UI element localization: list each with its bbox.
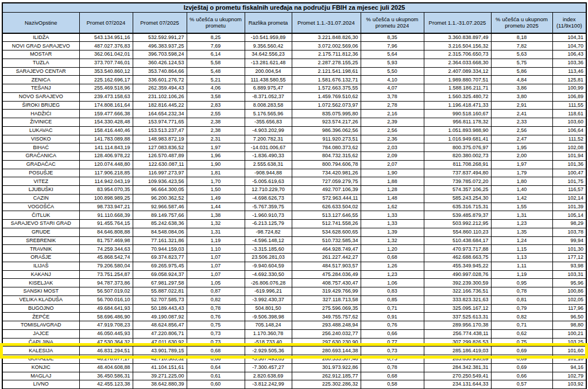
value-cell: 256.774.438,11 <box>424 329 491 338</box>
table-row: LJUBUŠKI83.954.070,3596.664.300,051,5012… <box>2 186 586 194</box>
value-cell: 34.642.556,23 <box>245 50 292 59</box>
value-cell: 158.416.440,46 <box>79 126 133 135</box>
value-cell: 496.383.937,25 <box>133 42 187 50</box>
value-cell: -518.733,40 <box>245 338 292 347</box>
value-cell: 0,76 <box>361 321 424 330</box>
value-cell: 0,69 <box>491 363 552 372</box>
value-cell: 102,14 <box>552 194 586 203</box>
value-cell: 93,98 <box>552 262 586 270</box>
value-cell: 105,14 <box>552 211 586 220</box>
value-cell: 1,79 <box>491 169 552 177</box>
municipality-cell: BIHAĆ <box>2 143 79 152</box>
value-cell: 635.316.715,31 <box>424 203 491 211</box>
value-cell: 5,63 <box>491 50 552 59</box>
table-row: JAJCE46.050.445,9347.220.806,710,731.170… <box>2 329 586 338</box>
value-cell: -908.944,88 <box>245 169 292 177</box>
value-cell: 1,35 <box>491 228 552 236</box>
value-cell: 392.239.300,59 <box>424 279 491 287</box>
value-cell: 111,52 <box>552 135 586 143</box>
value-cell: 2,09 <box>361 152 424 161</box>
value-cell: 1,40 <box>491 186 552 194</box>
value-cell: 911.920.273,51 <box>292 135 361 143</box>
value-cell: 5,93 <box>361 59 424 67</box>
value-cell: 464.928.749,47 <box>292 245 361 254</box>
municipality-cell: POSUŠJE <box>2 169 79 177</box>
value-cell: 12.710.229,70 <box>245 186 292 194</box>
value-cell: 0,57 <box>491 380 552 389</box>
value-cell: 106,43 <box>552 50 586 59</box>
value-cell: 141.114.843,19 <box>79 143 133 152</box>
value-cell: 1.459.769.510,62 <box>292 92 361 101</box>
table-row: ILIJAŠ79.206.580,0469.265.975,451,07-9.9… <box>2 262 586 270</box>
value-cell: -3.812.242,99 <box>245 380 292 389</box>
table-row: MAGLAJ36.450.586,3139.271.225,000,612.82… <box>2 372 586 380</box>
municipality-cell: NOVO SARAJEVO <box>2 92 79 101</box>
value-cell: 148.983.872,19 <box>133 135 187 143</box>
value-cell: 101,39 <box>552 203 586 211</box>
value-cell: 125,81 <box>552 76 586 84</box>
value-cell: 159.477.666,38 <box>79 110 133 118</box>
value-cell: 8,25 <box>187 33 245 42</box>
value-cell: 113,46 <box>552 67 586 76</box>
value-cell: 0,73 <box>361 347 424 355</box>
value-cell: 1.051.893.988,90 <box>424 126 491 135</box>
value-cell: 101,36 <box>552 160 586 169</box>
value-cell: 58.696.486,90 <box>79 313 133 321</box>
value-cell: 2,03 <box>361 143 424 152</box>
value-cell: 1.072.562.073,97 <box>292 101 361 110</box>
value-cell: 2,31 <box>187 135 245 143</box>
value-cell: 2,91 <box>491 101 552 110</box>
value-cell: 49.684.641,93 <box>79 304 133 313</box>
value-cell: 234.131.644,33 <box>424 380 491 389</box>
value-cell: 1.588.186.211,71 <box>424 84 491 93</box>
value-cell: 262.912.185,77 <box>292 372 361 380</box>
value-cell: 262.359.494,43 <box>133 84 187 93</box>
report-page: Izvještaj o prometu fiskalnih uređaja na… <box>0 0 588 389</box>
value-cell: 986.396.062,56 <box>292 126 361 135</box>
value-cell: 55.887.022,81 <box>133 287 187 296</box>
title-row: Izvještaj o prometu fiskalnih uređaja na… <box>2 3 586 12</box>
value-cell: 2,56 <box>361 126 424 135</box>
value-cell: 42.455.123,38 <box>79 380 133 389</box>
value-cell: 3.072.002.569,06 <box>292 42 361 50</box>
value-cell: 2.364.033.668,30 <box>424 59 491 67</box>
value-cell: 69.265.975,45 <box>133 262 187 270</box>
value-cell: 0,75 <box>187 321 245 330</box>
value-cell: 85.242.638,36 <box>133 220 187 228</box>
municipality-cell: VOGOŠĆA <box>2 203 79 211</box>
value-cell: 117,96 <box>552 304 586 313</box>
value-cell: 2,36 <box>361 135 424 143</box>
value-cell: -5.005.619,63 <box>245 177 292 186</box>
value-cell: 0,83 <box>361 287 424 296</box>
municipality-cell: KAKANJ <box>2 270 79 279</box>
value-cell: 1,15 <box>491 245 552 254</box>
value-cell: 0,73 <box>187 329 245 338</box>
value-cell: 800.375.076,97 <box>424 143 491 152</box>
value-cell: 705.148,24 <box>245 321 292 330</box>
municipality-cell: MOSTAR <box>2 50 79 59</box>
table-row: NOVO SARAJEVO239.473.158,63231.102.106,2… <box>2 92 586 101</box>
value-cell: 8.008.283,58 <box>245 101 292 110</box>
value-cell: 102,08 <box>552 143 586 152</box>
column-header-4: Razlika prometa <box>245 12 292 33</box>
value-cell: 1,95 <box>491 143 552 152</box>
value-cell: 923.574.217,26 <box>292 118 361 127</box>
value-cell: 100,21 <box>552 329 586 338</box>
value-cell: 280.693.144,38 <box>292 347 361 355</box>
value-cell: 255.469.518,96 <box>79 84 133 93</box>
value-cell: 100,47 <box>552 169 586 177</box>
value-cell: -98.724,82 <box>245 228 292 236</box>
municipality-cell: SARAJEVO STARI GRAD <box>2 220 79 228</box>
value-cell: 293.488.248,94 <box>292 321 361 330</box>
value-cell: 1,07 <box>187 270 245 279</box>
value-cell: 164.654.232,34 <box>133 110 187 118</box>
value-cell: 2,38 <box>187 118 245 127</box>
value-cell: 289.956.170,38 <box>424 321 491 330</box>
value-cell: -6.213.125,79 <box>245 220 292 228</box>
value-cell: 2,00 <box>491 152 552 161</box>
value-cell: 510.732.585,34 <box>292 236 361 245</box>
value-cell: 2,83 <box>187 101 245 110</box>
value-cell: 3,78 <box>361 92 424 101</box>
table-row: NOVI GRAD SARAJEVO487.027.376,83496.383.… <box>2 42 586 50</box>
value-cell: 5,75 <box>491 59 552 67</box>
